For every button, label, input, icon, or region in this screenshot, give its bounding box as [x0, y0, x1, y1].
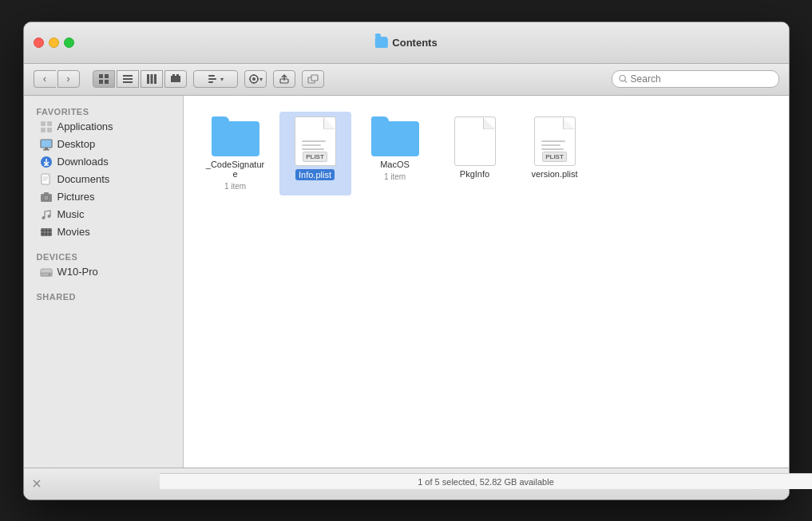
sidebar-item-w10pro[interactable]: W10-Pro: [27, 263, 180, 281]
status-text: 1 of 5 selected, 52.82 GB available: [418, 477, 554, 487]
shared-label: Shared: [24, 287, 183, 303]
svg-point-55: [48, 273, 50, 274]
status-bar: 1 of 5 selected, 52.82 GB available: [160, 473, 790, 489]
sidebar-item-movies[interactable]: Movies: [27, 223, 180, 241]
svg-rect-29: [41, 128, 46, 132]
svg-point-46: [47, 215, 50, 218]
share-button[interactable]: [273, 70, 295, 88]
view-cover-button[interactable]: [164, 70, 187, 88]
svg-rect-14: [208, 78, 216, 80]
file-item-macos[interactable]: MacOS 1 item: [359, 112, 431, 195]
file-sublabel-macos: 1 item: [384, 172, 406, 181]
file-label-pkginfo: PkgInfo: [460, 169, 489, 179]
back-button[interactable]: ‹: [34, 70, 56, 88]
music-icon: [40, 208, 53, 221]
downloads-icon: [40, 156, 53, 168]
svg-rect-52: [49, 228, 50, 236]
sidebar-item-documents[interactable]: Documents: [27, 171, 180, 188]
finder-window: Contents ‹ ›: [23, 22, 790, 500]
svg-rect-13: [208, 75, 215, 77]
svg-point-45: [42, 216, 45, 219]
file-item-infoplist[interactable]: PLIST Info.plist: [279, 112, 351, 195]
file-label-versionplist: version.plist: [531, 169, 577, 179]
svg-rect-51: [46, 228, 47, 236]
doc-icon-pkginfo: [454, 116, 496, 166]
arrange-arrow: ▾: [220, 76, 224, 83]
svg-rect-24: [311, 75, 318, 81]
sidebar-close-button[interactable]: [30, 477, 43, 490]
file-item-versionplist[interactable]: PLIST version.plist: [519, 112, 591, 195]
svg-point-44: [45, 196, 47, 199]
svg-point-17: [252, 77, 255, 81]
svg-rect-33: [43, 149, 50, 151]
svg-rect-2: [99, 80, 103, 84]
tag-button[interactable]: [302, 70, 324, 88]
svg-rect-10: [171, 76, 180, 82]
sidebar-item-pictures[interactable]: Pictures: [27, 188, 180, 206]
view-column-button[interactable]: [141, 70, 163, 88]
forward-button[interactable]: ›: [57, 70, 80, 88]
file-item-codesignature[interactable]: _CodeSignature 1 item: [200, 112, 271, 195]
file-label-codesignature: _CodeSignature: [204, 160, 267, 179]
svg-line-26: [624, 81, 627, 83]
sidebar-item-applications[interactable]: Applications: [27, 118, 180, 136]
search-input[interactable]: [631, 73, 772, 85]
window-title: Contents: [374, 37, 437, 49]
arrange-button[interactable]: ▾: [193, 70, 238, 88]
maximize-button[interactable]: [64, 37, 74, 48]
svg-rect-5: [123, 78, 133, 80]
svg-rect-15: [208, 81, 213, 83]
movies-icon: [40, 226, 53, 239]
docs-icon: [40, 173, 53, 186]
main-content: Favorites Applications: [24, 96, 789, 468]
hdd-icon: [40, 266, 53, 278]
nav-buttons: ‹ ›: [34, 70, 80, 88]
view-list-button[interactable]: [117, 70, 139, 88]
devices-label: Devices: [24, 247, 183, 263]
close-button[interactable]: [34, 37, 44, 48]
svg-rect-7: [147, 74, 149, 84]
svg-rect-31: [41, 140, 52, 148]
file-area: _CodeSignature 1 item PLIST Info.plist: [184, 96, 789, 468]
plist-icon-infoplist: PLIST: [295, 116, 336, 166]
action-arrow: ▾: [259, 76, 263, 83]
apps-icon: [40, 120, 53, 133]
view-icon-button[interactable]: [93, 70, 115, 88]
favorites-label: Favorites: [24, 102, 183, 118]
search-box[interactable]: [612, 70, 779, 88]
camera-icon: [40, 191, 53, 203]
svg-rect-8: [150, 74, 152, 84]
svg-point-25: [619, 75, 624, 81]
titlebar: Contents: [24, 22, 789, 64]
traffic-lights: [34, 37, 74, 48]
sidebar: Favorites Applications: [24, 96, 184, 468]
svg-rect-50: [42, 228, 44, 236]
action-button[interactable]: ▾: [244, 70, 267, 88]
svg-rect-1: [105, 74, 109, 78]
file-label-infoplist: Info.plist: [295, 169, 335, 180]
svg-rect-28: [47, 121, 52, 126]
title-folder-icon: [374, 37, 387, 48]
sidebar-item-music[interactable]: Music: [27, 206, 180, 223]
plist-icon-versionplist: PLIST: [534, 116, 576, 166]
file-item-pkginfo[interactable]: PkgInfo: [439, 112, 511, 195]
svg-rect-4: [123, 75, 133, 77]
minimize-button[interactable]: [49, 37, 59, 48]
folder-icon-codesignature: [212, 116, 259, 156]
svg-rect-0: [99, 74, 103, 78]
desktop-icon: [40, 138, 53, 151]
view-buttons: [93, 70, 187, 88]
toolbar: ‹ ›: [24, 64, 789, 96]
sidebar-item-downloads[interactable]: Downloads: [27, 153, 180, 171]
svg-rect-30: [47, 128, 52, 132]
svg-rect-11: [172, 74, 175, 77]
svg-rect-6: [123, 81, 133, 83]
file-label-macos: MacOS: [380, 160, 410, 169]
svg-rect-43: [44, 192, 49, 195]
folder-icon-macos: [371, 116, 419, 156]
sidebar-item-desktop[interactable]: Desktop: [27, 136, 180, 153]
plist-badge: PLIST: [303, 152, 327, 162]
svg-rect-3: [105, 80, 109, 84]
svg-rect-9: [154, 74, 156, 84]
search-icon: [619, 74, 628, 84]
